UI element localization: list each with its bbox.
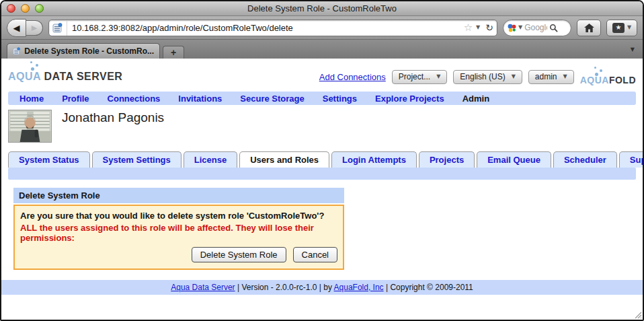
delete-role-dialog: Delete System Role Are you sure that you… (13, 188, 344, 270)
tab-system-status[interactable]: System Status (8, 151, 90, 168)
add-connections-link[interactable]: Add Connections (319, 72, 386, 82)
search-magnifier-icon[interactable] (549, 24, 558, 32)
brand-rest-text: FOLD (609, 75, 636, 85)
search-input[interactable]: Google (524, 23, 547, 32)
user-dropdown[interactable]: admin ▼ (528, 70, 574, 84)
header-controls: Add Connections Project... ▼ English (US… (319, 65, 636, 85)
chevron-down-icon: ▼ (563, 74, 567, 79)
nav-item-secure-storage[interactable]: Secure Storage (240, 94, 304, 104)
dialog-question: Are you sure that you would like to dele… (20, 211, 337, 221)
nav-item-settings[interactable]: Settings (323, 94, 357, 104)
tab-email-queue[interactable]: Email Queue (477, 151, 551, 168)
user-section: Jonathan Pagonis (1, 105, 643, 143)
user-name: Jonathan Pagonis (62, 110, 164, 125)
brand-rest-text: DATA SERVER (41, 71, 123, 82)
chevron-down-icon: ▼ (512, 74, 516, 79)
search-engine-dropdown-icon[interactable]: ▼ (518, 25, 522, 30)
aquafold-logo: AQUAFOLD (580, 68, 636, 85)
tab-login-attempts[interactable]: Login Attempts (331, 151, 417, 168)
nav-item-explore-projects[interactable]: Explore Projects (375, 94, 444, 104)
browser-tabbar: Delete System Role - CustomRo... + ▼ (1, 40, 643, 59)
tab-system-settings[interactable]: System Settings (92, 151, 182, 168)
project-dropdown-label: Project... (399, 72, 430, 81)
site-identity-button[interactable] (52, 20, 67, 36)
back-icon: ◀ (13, 23, 20, 33)
dialog-buttons: Delete System Role Cancel (20, 247, 337, 262)
aqua-data-server-logo: AQUA DATA SERVER (8, 65, 122, 83)
close-button[interactable] (7, 4, 15, 13)
brand-aqua-text: AQUA (580, 75, 609, 85)
tab-strip-bar (8, 168, 636, 180)
chevron-down-icon: ▼ (436, 74, 440, 79)
cancel-button[interactable]: Cancel (293, 247, 337, 262)
home-icon (584, 24, 594, 32)
nav-item-profile[interactable]: Profile (62, 94, 89, 104)
web-page: AQUA DATA SERVER Add Connections Project… (1, 59, 643, 320)
dialog-warning: ALL the users assigned to this role will… (20, 223, 337, 243)
tab-projects[interactable]: Projects (419, 151, 475, 168)
urlbar-actions: ☆ ▼ ↻ (461, 23, 493, 33)
nav-item-connections[interactable]: Connections (108, 94, 161, 104)
forward-icon: ▶ (32, 24, 37, 32)
url-input[interactable]: 10.168.2.39:8082/app/admin/role/CustomRo… (67, 23, 461, 33)
window-controls (7, 4, 44, 13)
project-dropdown[interactable]: Project... ▼ (392, 70, 448, 84)
tab-users-and-roles[interactable]: Users and Roles (239, 151, 329, 168)
dialog-body: Are you sure that you would like to dele… (13, 205, 344, 270)
window-titlebar: Delete System Role - CustomRoleTwo (1, 1, 643, 16)
bookmark-star-icon[interactable]: ☆ (464, 23, 473, 33)
nav-item-home[interactable]: Home (19, 94, 44, 104)
window-title: Delete System Role - CustomRoleTwo (1, 3, 643, 13)
resize-grip[interactable] (633, 310, 642, 319)
browser-tab[interactable]: Delete System Role - CustomRo... (7, 43, 160, 59)
tab-list-dropdown-icon[interactable]: ▼ (628, 46, 637, 52)
nav-item-invitations[interactable]: Invitations (178, 94, 222, 104)
site-favicon (52, 23, 63, 33)
url-bar[interactable]: 10.168.2.39:8082/app/admin/role/CustomRo… (48, 20, 497, 36)
search-box[interactable]: ▼ Google (503, 20, 571, 36)
browser-toolbar: ◀ ▶ 10.168.2.39:8082/app/admin/role/Cust… (1, 16, 643, 40)
nav-item-admin[interactable]: Admin (462, 94, 489, 104)
tab-license[interactable]: License (184, 151, 237, 168)
new-tab-icon: + (171, 47, 176, 58)
footer-aquafold-link[interactable]: AquaFold, Inc (334, 283, 384, 292)
site-footer: Aqua Data Server | Version - 2.0.0-rc-1.… (1, 280, 643, 295)
user-dropdown-label: admin (535, 72, 557, 81)
admin-tabs: System Status System Settings License Us… (8, 151, 643, 168)
home-button[interactable] (577, 20, 601, 36)
history-nav-buttons: ◀ ▶ (7, 19, 43, 37)
new-tab-button[interactable]: + (163, 46, 184, 59)
user-photo (8, 110, 52, 143)
tab-favicon (13, 46, 20, 56)
browser-window: Delete System Role - CustomRoleTwo ◀ ▶ (0, 0, 644, 321)
footer-aqua-data-server-link[interactable]: Aqua Data Server (171, 283, 235, 292)
urlbar-dropdown-icon[interactable]: ▼ (476, 25, 480, 30)
site-header: AQUA DATA SERVER Add Connections Project… (1, 59, 643, 85)
google-logo-icon[interactable] (508, 24, 516, 32)
reload-icon[interactable]: ↻ (485, 23, 493, 32)
tab-title: Delete System Role - CustomRo... (24, 46, 154, 56)
main-navigation: Home Profile Connections Invitations Sec… (8, 92, 636, 105)
dialog-title: Delete System Role (13, 188, 344, 203)
back-button[interactable]: ◀ (7, 19, 26, 37)
tab-support[interactable]: Support (619, 151, 643, 168)
tab-scheduler[interactable]: Scheduler (553, 151, 617, 168)
footer-version-text: | Version - 2.0.0-rc-1.0 | by (235, 283, 334, 292)
minimize-button[interactable] (21, 4, 30, 13)
delete-system-role-button[interactable]: Delete System Role (192, 247, 286, 262)
bookmarks-star-icon: ★ (612, 23, 625, 33)
bookmarks-dropdown-icon: ▼ (627, 25, 631, 30)
language-dropdown[interactable]: English (US) ▼ (453, 70, 522, 84)
forward-button[interactable]: ▶ (26, 20, 43, 36)
language-dropdown-label: English (US) (460, 72, 505, 81)
bookmarks-button[interactable]: ★ ▼ (606, 20, 637, 36)
zoom-button[interactable] (35, 4, 44, 13)
brand-aqua-text: AQUA (8, 71, 41, 82)
footer-copyright-text: | Copyright © 2009-2011 (384, 283, 473, 292)
